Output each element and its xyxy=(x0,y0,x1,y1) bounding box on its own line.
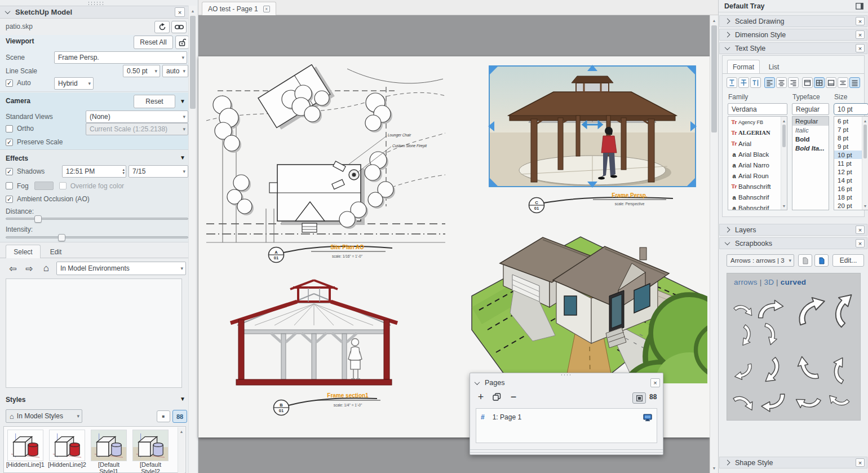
section-dimension-style[interactable]: Dimension Style × xyxy=(719,29,867,41)
shadows-checkbox[interactable]: ✓ xyxy=(6,168,13,175)
section-shape-style[interactable]: Shape Style × xyxy=(719,457,867,468)
environments-listbox[interactable] xyxy=(6,279,182,388)
typeface-input[interactable]: Regular xyxy=(792,103,829,115)
tab-close-icon[interactable]: x xyxy=(263,6,270,12)
section-scrapbooks[interactable]: Scrapbooks × xyxy=(719,237,867,249)
auto-checkbox[interactable]: ✓ xyxy=(6,79,13,87)
scene-select[interactable]: Frame Persp. ▾ xyxy=(54,51,187,64)
scroll-up-icon[interactable]: ▲ xyxy=(862,117,868,125)
lock-viewport-button[interactable] xyxy=(175,36,189,49)
align-center-button[interactable] xyxy=(776,77,787,88)
tray-dock-icon[interactable] xyxy=(856,3,863,10)
close-panel-button[interactable]: × xyxy=(175,7,185,17)
pages-drag-grip[interactable] xyxy=(560,374,573,376)
scrapbook-link-curved[interactable]: curved xyxy=(781,278,806,286)
tab-format[interactable]: Format xyxy=(727,60,760,74)
close-section-button[interactable]: × xyxy=(856,226,865,234)
section-text-style[interactable]: Text Style × xyxy=(719,42,867,54)
presentation-monitor-icon[interactable] xyxy=(643,414,652,421)
back-button[interactable]: ⇦ xyxy=(9,263,16,274)
section-scaled-drawing[interactable]: Scaled Drawing × xyxy=(719,15,867,27)
anchor-top-button[interactable] xyxy=(802,77,813,88)
camera-flyout-icon[interactable]: ▼ xyxy=(180,98,185,104)
style-thumbnail[interactable]: [HiddenLine]2 xyxy=(47,430,87,468)
style-thumbnail[interactable]: [HiddenLine]1 xyxy=(6,430,45,468)
collapse-chevron-icon[interactable] xyxy=(475,379,480,385)
camera-reset-button[interactable]: Reset xyxy=(134,95,175,108)
typeface-list[interactable]: Regular Italic Bold Bold Ita... xyxy=(792,116,829,210)
scroll-up-icon[interactable]: ▲ xyxy=(178,427,185,435)
scrollbar-thumb[interactable] xyxy=(711,25,717,132)
scrapbook-edit-button[interactable]: Edit... xyxy=(832,254,864,267)
canvas-scrollbar[interactable]: ▲ ▼ xyxy=(710,15,718,473)
environments-select[interactable]: In Model Environments ▾ xyxy=(56,262,186,275)
text-underline-button[interactable] xyxy=(727,77,737,88)
close-section-button[interactable]: × xyxy=(856,17,865,25)
tab-list[interactable]: List xyxy=(761,60,787,74)
reset-all-button[interactable]: Reset All xyxy=(134,36,173,49)
styles-flyout-icon[interactable]: ▼ xyxy=(180,396,185,402)
scroll-down-icon[interactable]: ▼ xyxy=(710,464,718,472)
document-tab[interactable]: AO test - Page 1 x xyxy=(202,2,276,15)
standard-views-select[interactable]: (None) ▾ xyxy=(86,110,188,123)
styles-scrollbar[interactable]: ▲ xyxy=(178,427,185,473)
scrapbook-preview[interactable]: arrows|3D|curved xyxy=(727,273,861,421)
size-input[interactable]: 10 pt xyxy=(834,103,868,115)
preserve-scale-checkbox[interactable]: ✓ xyxy=(6,139,13,146)
expand-chevron-icon[interactable] xyxy=(725,32,730,38)
scroll-up-icon[interactable]: ▲ xyxy=(781,117,787,125)
panel-drag-grip[interactable] xyxy=(87,1,104,5)
family-list-scrollbar[interactable]: ▲ ▼ xyxy=(781,117,787,210)
collapse-chevron-icon[interactable] xyxy=(5,8,11,14)
house-render-viewport[interactable] xyxy=(471,211,707,383)
scrapbook-doc-gray-button[interactable] xyxy=(798,254,812,267)
relink-model-button[interactable] xyxy=(171,21,187,33)
section-layers[interactable]: Layers × xyxy=(719,224,867,236)
line-scale-select[interactable]: 0.50 pt ▾ xyxy=(123,65,160,77)
text-strikethrough-button[interactable] xyxy=(738,77,749,88)
family-list[interactable]: TrAgency FB TrALGERIAN TrArial aArial Bl… xyxy=(728,116,787,210)
styles-list-view-button[interactable]: ■ xyxy=(157,410,170,422)
scrapbook-arrows-art[interactable] xyxy=(727,289,860,420)
page-row[interactable]: # 1: Page 1 xyxy=(476,411,657,423)
sketchup-model-header[interactable]: SketchUp Model × xyxy=(0,6,188,19)
size-list[interactable]: 6 pt 7 pt 8 pt 9 pt 10 pt 11 pt 12 pt 14… xyxy=(834,116,868,210)
size-list-scrollbar[interactable]: ▲ ▼ xyxy=(862,117,868,210)
line-scale-mode-select[interactable]: auto ▾ xyxy=(162,65,188,77)
distance-slider-thumb[interactable] xyxy=(34,215,42,223)
scrapbook-select[interactable]: Arrows : arrows | 3 ▾ xyxy=(727,254,794,267)
family-input[interactable]: Verdana xyxy=(728,103,787,115)
style-thumbnail[interactable]: [Default Style]2 xyxy=(131,430,170,473)
pages-header[interactable]: Pages × xyxy=(470,377,663,389)
scrollbar-thumb[interactable] xyxy=(863,125,867,158)
close-pages-button[interactable]: × xyxy=(650,378,660,387)
frame-section-viewport[interactable]: B 01 Frame section1 scale: 1/4" = 1'-0" xyxy=(229,279,398,421)
style-thumbnail[interactable]: [Default Style]1 xyxy=(89,430,129,473)
scrapbook-link-3d[interactable]: 3D xyxy=(764,278,774,286)
remove-page-button[interactable]: − xyxy=(507,391,520,403)
shadow-time-input[interactable]: 12:51 PM ▴ ▾ xyxy=(62,165,126,178)
scrapbook-doc-blue-button[interactable] xyxy=(814,254,829,267)
align-left-button[interactable] xyxy=(764,77,775,88)
styles-source-select[interactable]: ⌂ In Model Styles ▾ xyxy=(6,409,82,423)
tab-select[interactable]: Select xyxy=(6,245,41,258)
collapse-chevron-icon[interactable] xyxy=(725,45,730,50)
fog-color-swatch[interactable] xyxy=(34,182,54,190)
scroll-up-icon[interactable]: ▲ xyxy=(710,16,718,24)
intensity-slider[interactable] xyxy=(6,236,188,238)
spin-down-icon[interactable]: ▾ xyxy=(122,171,125,175)
refresh-model-button[interactable] xyxy=(154,21,170,33)
styles-grid-view-button[interactable]: 88 xyxy=(172,410,187,423)
site-plan-viewport[interactable]: Lounger Chair Custom Stone Firepit A 01 … xyxy=(206,64,445,266)
close-section-button[interactable]: × xyxy=(856,239,865,247)
ortho-checkbox[interactable] xyxy=(6,125,13,132)
render-mode-select[interactable]: Hybrid ▾ xyxy=(54,77,94,90)
align-right-button[interactable] xyxy=(788,77,799,88)
scroll-down-icon[interactable]: ▼ xyxy=(862,202,868,210)
add-page-button[interactable]: + xyxy=(475,391,487,403)
pages-grid-view-button[interactable]: 88 xyxy=(649,393,657,401)
close-section-button[interactable]: × xyxy=(856,30,865,39)
paragraph-spacing-button[interactable] xyxy=(849,77,860,88)
left-panel-scrollbar[interactable]: ▲ xyxy=(188,6,197,473)
time-spinner[interactable]: ▴ ▾ xyxy=(122,168,125,175)
